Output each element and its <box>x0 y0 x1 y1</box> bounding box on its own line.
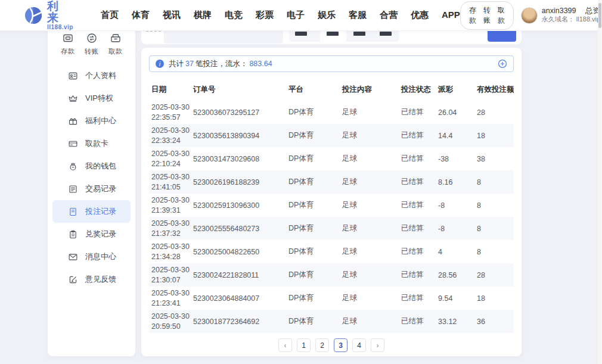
cell-content: 足球 <box>340 194 399 217</box>
wallet-pill: 存款转账取款 <box>460 1 514 30</box>
scrollbar[interactable] <box>598 0 602 364</box>
bet-records-table: 日期订单号平台投注内容投注状态派彩有效投注额 2025-03-3022:35:5… <box>149 78 514 333</box>
cell-date: 2025-03-3020:59:50 <box>149 310 191 333</box>
nav-item-娱乐[interactable]: 娱乐 <box>318 10 336 21</box>
sidebar-item-transactions[interactable]: 交易记录 <box>52 178 131 200</box>
quick-action-label: 转账 <box>85 47 98 56</box>
avatar[interactable] <box>521 7 538 24</box>
cell-order: 5230031473029608 <box>191 147 286 170</box>
sidebar-item-label: 投注记录 <box>85 206 116 217</box>
transactions-icon <box>68 184 78 194</box>
transfer-icon <box>86 32 98 44</box>
vip-icon <box>68 94 78 104</box>
nav-item-客服[interactable]: 客服 <box>349 10 367 21</box>
quick-action-withdraw[interactable]: 取款 <box>108 32 122 56</box>
pagination-prev[interactable]: ‹ <box>278 338 292 352</box>
nav-item-体育[interactable]: 体育 <box>132 10 150 21</box>
sidebar-item-messages[interactable]: 消息中心 <box>52 245 131 268</box>
cell-valid: 8 <box>474 194 514 217</box>
cell-order: 5230036073295127 <box>191 101 286 124</box>
table-row: 2025-03-3021:37:325230025556480273DP体育足球… <box>149 217 514 240</box>
cell-payout: -8 <box>436 217 474 240</box>
cell-order: 5230035613890394 <box>191 124 286 147</box>
cell-platform: DP体育 <box>286 170 340 194</box>
sidebar-item-profile[interactable]: 个人资料 <box>52 64 131 87</box>
sidebar-item-label: 我的钱包 <box>85 161 116 172</box>
cell-content: 足球 <box>340 310 399 333</box>
table-row: 2025-03-3022:10:245230031473029608DP体育足球… <box>149 147 514 170</box>
sidebar-item-label: VIP特权 <box>85 93 113 104</box>
cell-status: 已结算 <box>399 263 436 287</box>
pagination-next[interactable]: › <box>371 338 384 352</box>
profile-icon <box>68 71 78 81</box>
cell-payout: 26.04 <box>436 101 474 124</box>
table-row: 2025-03-3022:35:575230036073295127DP体育足球… <box>149 101 514 124</box>
nav-item-优惠[interactable]: 优惠 <box>411 10 429 21</box>
nav-item-电竞[interactable]: 电竞 <box>225 10 243 21</box>
table-row: 2025-03-3021:41:055230026196188239DP体育足球… <box>149 170 514 194</box>
sidebar-item-redeem[interactable]: 兑奖记录 <box>52 223 131 245</box>
nav-item-APP[interactable]: APP <box>442 10 460 21</box>
cell-status: 已结算 <box>399 101 436 124</box>
bet-records-icon <box>68 207 78 217</box>
user-box[interactable]: anxin3399 总资产： 1363.49元 永久域名： ll188.vip … <box>521 7 602 24</box>
cell-platform: DP体育 <box>286 101 340 124</box>
top-navigation-bar: 利来 ll188.vip 首页体育视讯棋牌电竞彩票电子娱乐客服合营优惠APP 存… <box>0 0 598 31</box>
cell-valid: 8 <box>474 170 514 194</box>
wallet-pill-取款[interactable]: 取款 <box>498 5 505 26</box>
cell-valid: 28 <box>474 263 514 287</box>
cell-valid: 28 <box>474 101 514 124</box>
sidebar-item-withdraw-card[interactable]: 取款卡 <box>52 132 131 155</box>
cell-payout: 4 <box>436 240 474 263</box>
nav-item-视讯[interactable]: 视讯 <box>163 10 181 21</box>
nav-item-彩票[interactable]: 彩票 <box>256 10 274 21</box>
quick-action-deposit[interactable]: 存款 <box>61 32 75 56</box>
sidebar-item-label: 意见反馈 <box>85 274 116 285</box>
wallet-pill-存款[interactable]: 存款 <box>469 5 476 26</box>
cell-valid: 36 <box>474 310 514 333</box>
sidebar-item-feedback[interactable]: 意见反馈 <box>52 268 131 291</box>
cell-payout: 9.54 <box>436 287 474 310</box>
sidebar-item-label: 福利中心 <box>85 116 116 126</box>
cell-order: 5230025004822650 <box>191 240 286 263</box>
column-header: 订单号 <box>191 78 286 101</box>
quick-action-transfer[interactable]: 转账 <box>85 32 98 56</box>
info-icon: i <box>156 60 164 68</box>
summary-count: 37 <box>185 60 194 68</box>
wallet-pill-转账[interactable]: 转账 <box>483 5 491 26</box>
pagination-page-4[interactable]: 4 <box>352 338 366 352</box>
sidebar-item-welfare[interactable]: 福利中心 <box>52 110 131 132</box>
pagination-page-2[interactable]: 2 <box>315 338 329 352</box>
pagination-page-3[interactable]: 3 <box>334 338 347 352</box>
expand-plus-icon[interactable] <box>498 59 507 69</box>
table-row: 2025-03-3021:39:315230025913096300DP体育足球… <box>149 194 514 217</box>
nav-item-电子[interactable]: 电子 <box>287 10 305 21</box>
cell-valid: 18 <box>474 287 514 310</box>
logo-domain: ll188.vip <box>47 24 73 30</box>
cell-status: 已结算 <box>399 194 436 217</box>
pagination-page-1[interactable]: 1 <box>297 338 311 352</box>
logo[interactable]: 利来 ll188.vip <box>24 1 73 30</box>
cell-payout: 8.16 <box>436 170 474 194</box>
pagination: ‹1234› <box>149 338 514 352</box>
cell-date: 2025-03-3021:23:41 <box>149 287 191 310</box>
cell-payout: -8 <box>436 194 474 217</box>
cell-order: 5230025556480273 <box>191 217 286 240</box>
sidebar-item-label: 个人资料 <box>85 70 116 81</box>
sidebar-menu: 个人资料VIP特权福利中心取款卡我的钱包交易记录投注记录兑奖记录消息中心意见反馈 <box>48 64 135 291</box>
cell-date: 2025-03-3021:41:05 <box>149 170 191 194</box>
feedback-icon <box>68 275 78 285</box>
cell-status: 已结算 <box>399 287 436 310</box>
cell-content: 足球 <box>340 170 399 194</box>
scrollbar-thumb[interactable] <box>598 3 601 28</box>
nav-item-首页[interactable]: 首页 <box>101 10 119 21</box>
cell-status: 已结算 <box>399 310 436 333</box>
sidebar-item-vip[interactable]: VIP特权 <box>52 87 131 110</box>
sidebar-item-label: 交易记录 <box>85 183 116 194</box>
nav-item-棋牌[interactable]: 棋牌 <box>194 10 212 21</box>
main-nav: 首页体育视讯棋牌电竞彩票电子娱乐客服合营优惠APP <box>101 10 460 21</box>
sidebar-item-bet-records[interactable]: 投注记录 <box>52 200 131 223</box>
summary-bar: i 共计 37 笔投注，流水： 883.64 <box>149 55 514 72</box>
sidebar-item-wallet[interactable]: 我的钱包 <box>52 155 131 178</box>
nav-item-合营[interactable]: 合营 <box>380 10 398 21</box>
